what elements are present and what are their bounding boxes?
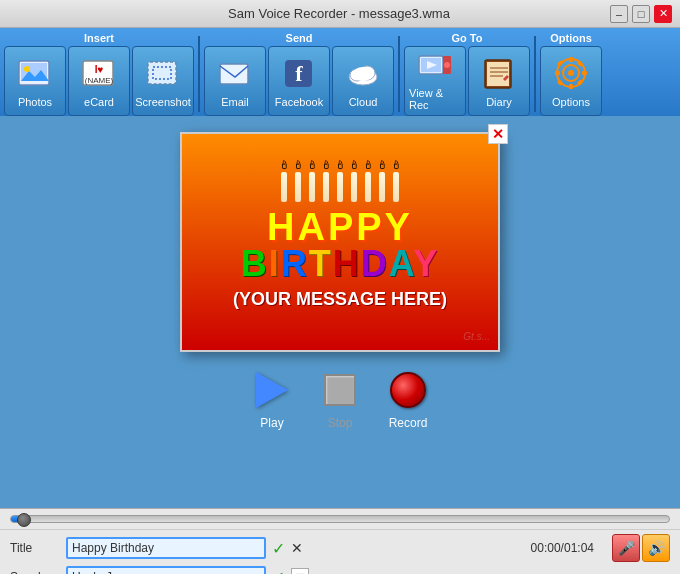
close-button[interactable]: ✕: [654, 5, 672, 23]
send-buttons: Email f Facebook: [204, 46, 394, 116]
screenshot-icon: [144, 54, 182, 92]
svg-text:f: f: [295, 61, 303, 86]
speaker-button[interactable]: 🔊: [642, 534, 670, 562]
svg-rect-7: [148, 62, 176, 84]
speaker-check-icon[interactable]: ✓: [272, 568, 285, 575]
window-title: Sam Voice Recorder - message3.wma: [68, 6, 610, 21]
divider-3: [534, 36, 536, 112]
message-placeholder: (YOUR MESSAGE HERE): [233, 288, 447, 311]
svg-point-28: [568, 70, 574, 76]
candle-3: [309, 172, 315, 202]
birthday-card: ✕ HAPPY BIRTHDAY (YOUR MESSAGE HERE): [180, 132, 500, 352]
options-icon: [552, 54, 590, 92]
birthday-text: BIRTHDAY: [241, 246, 440, 282]
title-check-icon[interactable]: ✓: [272, 539, 285, 558]
view-rec-label: View & Rec: [409, 87, 461, 111]
svg-rect-31: [555, 71, 560, 75]
speaker-input[interactable]: [66, 566, 266, 574]
divider-1: [198, 36, 200, 112]
options-group-label: Options: [540, 32, 602, 44]
fields-area: Title ✓ ✕ 00:00/01:04 🎤 🔊 Speaker ✓ ▦: [0, 529, 680, 574]
goto-buttons: View & Rec Diary: [404, 46, 530, 116]
svg-point-15: [353, 67, 373, 81]
ecard-icon: I♥ (NAME): [80, 54, 118, 92]
svg-rect-29: [569, 57, 573, 62]
photos-label: Photos: [18, 96, 52, 108]
progress-bar-track[interactable]: [10, 515, 670, 523]
candle-8: [379, 172, 385, 202]
diary-icon: [480, 54, 518, 92]
email-label: Email: [221, 96, 249, 108]
cloud-icon: [344, 54, 382, 92]
candles-row: [281, 172, 399, 202]
record-icon: [386, 368, 430, 412]
facebook-icon: f: [280, 54, 318, 92]
playback-controls: Play Stop Record: [250, 368, 430, 430]
svg-rect-22: [487, 62, 509, 86]
play-icon: [250, 368, 294, 412]
speaker-field-label: Speaker: [10, 570, 60, 574]
minimize-button[interactable]: –: [610, 5, 628, 23]
maximize-button[interactable]: □: [632, 5, 650, 23]
stop-label: Stop: [328, 416, 353, 430]
card-inner: HAPPY BIRTHDAY (YOUR MESSAGE HERE) Gt.s.…: [182, 134, 498, 350]
email-button[interactable]: Email: [204, 46, 266, 116]
window-controls: – □ ✕: [610, 5, 672, 23]
stop-button[interactable]: Stop: [318, 368, 362, 430]
screenshot-button[interactable]: Screenshot: [132, 46, 194, 116]
toolbar: Insert Photos I♥: [0, 28, 680, 116]
card-close-button[interactable]: ✕: [488, 124, 508, 144]
ecard-label: eCard: [84, 96, 114, 108]
candle-7: [365, 172, 371, 202]
photos-button[interactable]: Photos: [4, 46, 66, 116]
facebook-button[interactable]: f Facebook: [268, 46, 330, 116]
divider-2: [398, 36, 400, 112]
title-clear-icon[interactable]: ✕: [291, 540, 303, 556]
title-row: Title ✓ ✕ 00:00/01:04 🎤 🔊: [10, 534, 670, 562]
view-rec-icon: [416, 51, 454, 83]
options-label: Options: [552, 96, 590, 108]
screenshot-label: Screenshot: [135, 96, 191, 108]
speaker-edit-icon[interactable]: ▦: [291, 568, 309, 574]
diary-button[interactable]: Diary: [468, 46, 530, 116]
svg-text:I♥: I♥: [95, 64, 104, 75]
title-input[interactable]: [66, 537, 266, 559]
title-bar: Sam Voice Recorder - message3.wma – □ ✕: [0, 0, 680, 28]
candle-9: [393, 172, 399, 202]
svg-rect-9: [220, 64, 248, 84]
photos-icon: [16, 54, 54, 92]
goto-group-label: Go To: [404, 32, 530, 44]
options-button[interactable]: Options: [540, 46, 602, 116]
candle-5: [337, 172, 343, 202]
play-triangle: [256, 372, 288, 408]
stop-icon: [318, 368, 362, 412]
toolbar-group-goto: Go To View & Rec: [404, 32, 530, 116]
ecard-button[interactable]: I♥ (NAME) eCard: [68, 46, 130, 116]
insert-buttons: Photos I♥ (NAME) eCard: [4, 46, 194, 116]
record-button[interactable]: Record: [386, 368, 430, 430]
candle-2: [295, 172, 301, 202]
options-buttons: Options: [540, 46, 602, 116]
time-display: 00:00/01:04: [531, 541, 594, 555]
diary-label: Diary: [486, 96, 512, 108]
toolbar-group-options: Options: [540, 32, 602, 116]
svg-point-3: [24, 66, 30, 72]
record-circle: [390, 372, 426, 408]
play-label: Play: [260, 416, 283, 430]
email-icon: [216, 54, 254, 92]
mic-button[interactable]: 🎤: [612, 534, 640, 562]
send-group-label: Send: [204, 32, 394, 44]
progress-thumb[interactable]: [17, 513, 31, 527]
cloud-button[interactable]: Cloud: [332, 46, 394, 116]
view-rec-button[interactable]: View & Rec: [404, 46, 466, 116]
record-label: Record: [389, 416, 428, 430]
svg-text:(NAME): (NAME): [85, 76, 114, 85]
candle-1: [281, 172, 287, 202]
play-button[interactable]: Play: [250, 368, 294, 430]
stop-square: [324, 374, 356, 406]
insert-group-label: Insert: [4, 32, 194, 44]
svg-rect-32: [582, 71, 587, 75]
facebook-label: Facebook: [275, 96, 323, 108]
main-content: ✕ HAPPY BIRTHDAY (YOUR MESSAGE HERE): [0, 116, 680, 508]
candle-4: [323, 172, 329, 202]
